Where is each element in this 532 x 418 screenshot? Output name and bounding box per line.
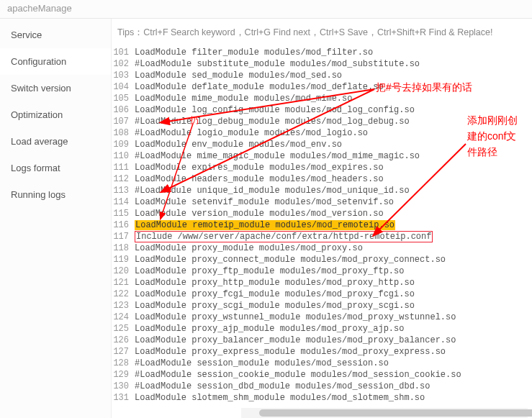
line-number: 103 [112,70,135,81]
code-text: LoadModule sed_module modules/mod_sed.so [135,70,342,81]
code-text: #LoadModule unique_id_module modules/mod… [135,185,410,196]
code-line[interactable]: 105LoadModule mime_module modules/mod_mi… [112,93,532,104]
line-number: 116 [112,219,135,231]
code-text: #LoadModule mime_magic_module modules/mo… [135,150,420,162]
code-text: LoadModule proxy_wstunnel_module modules… [135,312,456,323]
sidebar-item-logs-format[interactable]: Logs format [0,155,111,181]
sidebar-item-optimization[interactable]: Optimization [0,101,111,128]
scrollbar-thumb[interactable] [259,409,532,417]
line-number: 102 [112,58,135,70]
code-text: LoadModule proxy_fcgi_module modules/mod… [135,288,415,300]
sidebar-item-running-logs[interactable]: Running logs [0,181,111,208]
code-line[interactable]: 112LoadModule headers_module modules/mod… [112,173,532,185]
line-number: 101 [112,47,135,58]
tips-bar: Tips：Ctrl+F Search keyword，Ctrl+G Find n… [112,19,532,47]
code-text: #LoadModule session_module modules/mod_s… [135,358,389,369]
line-number: 131 [112,392,135,404]
code-text: LoadModule log_config_module modules/mod… [135,104,415,116]
code-line[interactable]: 130#LoadModule session_dbd_module module… [112,381,532,392]
sidebar-item-switch-version[interactable]: Switch version [0,75,111,101]
code-line[interactable]: 113#LoadModule unique_id_module modules/… [112,185,532,196]
code-line[interactable]: 131LoadModule slotmem_shm_module modules… [112,392,532,404]
code-line[interactable]: 101LoadModule filter_module modules/mod_… [112,47,532,58]
line-number: 126 [112,335,135,346]
line-number: 118 [112,242,135,254]
horizontal-scrollbar[interactable] [241,408,528,418]
code-text: LoadModule proxy_ftp_module modules/mod_… [135,265,404,277]
line-number: 111 [112,162,135,173]
code-line[interactable]: 107#LoadModule log_debug_module modules/… [112,116,532,127]
line-number: 105 [112,93,135,104]
code-text: LoadModule remoteip_module modules/mod_r… [135,219,395,231]
line-number: 114 [112,196,135,208]
line-number: 130 [112,381,135,392]
code-line[interactable]: 125LoadModule proxy_ajp_module modules/m… [112,323,532,335]
code-text: LoadModule setenvif_module modules/mod_s… [135,196,394,208]
sidebar-item-service[interactable]: Service [0,22,111,48]
code-line[interactable]: 124LoadModule proxy_wstunnel_module modu… [112,312,532,323]
code-text: LoadModule proxy_express_module modules/… [135,346,446,358]
code-text: LoadModule proxy_ajp_module modules/mod_… [135,323,404,335]
line-number: 104 [112,81,135,93]
code-text: LoadModule mime_module modules/mod_mime.… [135,93,352,104]
code-line[interactable]: 121LoadModule proxy_http_module modules/… [112,277,532,288]
main-area: Service Configuration Switch version Opt… [0,19,532,418]
code-line[interactable]: 111LoadModule expires_module modules/mod… [112,162,532,173]
code-text: LoadModule version_module modules/mod_ve… [135,208,384,219]
line-number: 123 [112,300,135,312]
line-number: 113 [112,185,135,196]
window-title: apacheManage [0,0,532,19]
code-text: LoadModule proxy_scgi_module modules/mod… [135,300,415,312]
code-line[interactable]: 118LoadModule proxy_module modules/mod_p… [112,242,532,254]
code-line[interactable]: 120LoadModule proxy_ftp_module modules/m… [112,265,532,277]
line-number: 108 [112,127,135,139]
code-text: #LoadModule substitute_module modules/mo… [135,58,420,70]
code-line[interactable]: 126LoadModule proxy_balancer_module modu… [112,335,532,346]
line-number: 117 [112,231,135,242]
code-text: LoadModule env_module modules/mod_env.so [135,139,342,150]
code-line[interactable]: 115LoadModule version_module modules/mod… [112,208,532,219]
code-editor[interactable]: 101LoadModule filter_module modules/mod_… [112,47,532,418]
code-line[interactable]: 123LoadModule proxy_scgi_module modules/… [112,300,532,312]
line-number: 128 [112,358,135,369]
code-text: LoadModule headers_module modules/mod_he… [135,173,384,185]
code-line[interactable]: 117Include /www/server/apache/conf/extra… [112,231,532,242]
line-number: 109 [112,139,135,150]
line-number: 120 [112,265,135,277]
line-number: 121 [112,277,135,288]
line-number: 110 [112,150,135,162]
line-number: 122 [112,288,135,300]
code-line[interactable]: 122LoadModule proxy_fcgi_module modules/… [112,288,532,300]
sidebar-item-configuration[interactable]: Configuration [0,48,111,75]
code-line[interactable]: 104LoadModule deflate_module modules/mod… [112,81,532,93]
code-text: LoadModule proxy_connect_module modules/… [135,254,446,265]
code-line[interactable]: 119LoadModule proxy_connect_module modul… [112,254,532,265]
code-line[interactable]: 116LoadModule remoteip_module modules/mo… [112,219,532,231]
code-line[interactable]: 114LoadModule setenvif_module modules/mo… [112,196,532,208]
code-text: #LoadModule logio_module modules/mod_log… [135,127,368,139]
line-number: 106 [112,104,135,116]
line-number: 112 [112,173,135,185]
code-text: LoadModule expires_module modules/mod_ex… [135,162,384,173]
code-text: LoadModule proxy_module modules/mod_prox… [135,242,363,254]
code-text: LoadModule filter_module modules/mod_fil… [135,47,373,58]
code-text: LoadModule proxy_http_module modules/mod… [135,277,415,288]
code-text: LoadModule deflate_module modules/mod_de… [135,81,384,93]
code-line[interactable]: 129#LoadModule session_cookie_module mod… [112,369,532,381]
code-line[interactable]: 127LoadModule proxy_express_module modul… [112,346,532,358]
sidebar-item-load-average[interactable]: Load average [0,128,111,155]
code-line[interactable]: 106LoadModule log_config_module modules/… [112,104,532,116]
line-number: 107 [112,116,135,127]
code-text: LoadModule proxy_balancer_module modules… [135,335,456,346]
code-line[interactable]: 102#LoadModule substitute_module modules… [112,58,532,70]
code-text: #LoadModule session_dbd_module modules/m… [135,381,430,392]
code-line[interactable]: 110#LoadModule mime_magic_module modules… [112,150,532,162]
code-text: LoadModule slotmem_shm_module modules/mo… [135,392,425,404]
code-line[interactable]: 108#LoadModule logio_module modules/mod_… [112,127,532,139]
code-line[interactable]: 128#LoadModule session_module modules/mo… [112,358,532,369]
line-number: 115 [112,208,135,219]
code-line[interactable]: 109LoadModule env_module modules/mod_env… [112,139,532,150]
line-number: 127 [112,346,135,358]
code-line[interactable]: 103LoadModule sed_module modules/mod_sed… [112,70,532,81]
line-number: 129 [112,369,135,381]
